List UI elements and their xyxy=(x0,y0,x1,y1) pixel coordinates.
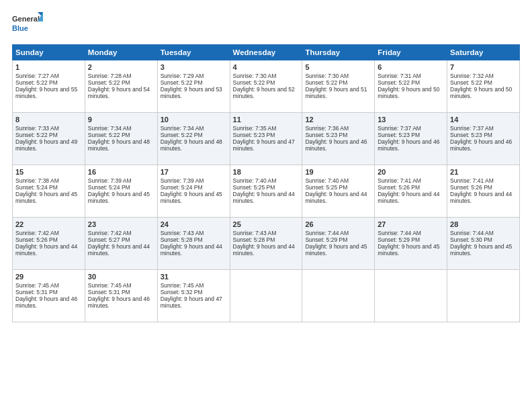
table-row: 3 Sunrise: 7:29 AM Sunset: 5:22 PM Dayli… xyxy=(157,60,230,113)
sunset-text: Sunset: 5:22 PM xyxy=(233,79,275,86)
day-number: 23 xyxy=(88,220,154,228)
sunrise-text: Sunrise: 7:36 AM xyxy=(305,125,349,132)
daylight-text: Daylight: 9 hours and 53 minutes. xyxy=(161,86,222,99)
sunrise-text: Sunrise: 7:34 AM xyxy=(88,125,132,132)
sunrise-text: Sunrise: 7:30 AM xyxy=(233,73,277,79)
sunrise-text: Sunrise: 7:45 AM xyxy=(15,282,59,289)
sunrise-text: Sunrise: 7:40 AM xyxy=(305,177,349,184)
day-number: 1 xyxy=(15,63,82,71)
sunrise-text: Sunrise: 7:37 AM xyxy=(378,125,421,132)
sunset-text: Sunset: 5:22 PM xyxy=(378,79,420,86)
table-row: 18 Sunrise: 7:40 AM Sunset: 5:25 PM Dayl… xyxy=(230,165,302,218)
col-tuesday: Tuesday xyxy=(157,45,230,60)
day-number: 26 xyxy=(305,220,371,228)
daylight-text: Daylight: 9 hours and 44 minutes. xyxy=(233,243,295,257)
sunrise-text: Sunrise: 7:35 AM xyxy=(233,125,277,132)
svg-text:Blue: Blue xyxy=(12,24,28,32)
day-number: 16 xyxy=(88,168,154,176)
daylight-text: Daylight: 9 hours and 46 minutes. xyxy=(450,138,512,152)
sunset-text: Sunset: 5:24 PM xyxy=(15,184,58,191)
table-row: 31 Sunrise: 7:45 AM Sunset: 5:32 PM Dayl… xyxy=(157,270,230,322)
sunset-text: Sunset: 5:22 PM xyxy=(161,79,203,86)
table-row: 2 Sunrise: 7:28 AM Sunset: 5:22 PM Dayli… xyxy=(85,60,157,113)
day-number: 24 xyxy=(161,220,227,228)
col-wednesday: Wednesday xyxy=(230,45,302,60)
sunrise-text: Sunrise: 7:39 AM xyxy=(88,177,132,184)
sunset-text: Sunset: 5:22 PM xyxy=(15,132,58,138)
calendar-row: 8 Sunrise: 7:33 AM Sunset: 5:22 PM Dayli… xyxy=(13,113,520,165)
sunset-text: Sunset: 5:25 PM xyxy=(233,184,275,191)
day-number: 9 xyxy=(88,116,154,124)
table-row xyxy=(302,270,375,322)
sunset-text: Sunset: 5:28 PM xyxy=(233,236,275,243)
daylight-text: Daylight: 9 hours and 46 minutes. xyxy=(88,295,150,309)
table-row: 24 Sunrise: 7:43 AM Sunset: 5:28 PM Dayl… xyxy=(157,218,230,270)
table-row: 15 Sunrise: 7:38 AM Sunset: 5:24 PM Dayl… xyxy=(13,165,85,218)
table-row: 4 Sunrise: 7:30 AM Sunset: 5:22 PM Dayli… xyxy=(230,60,302,113)
daylight-text: Daylight: 9 hours and 44 minutes. xyxy=(88,243,150,257)
sunset-text: Sunset: 5:23 PM xyxy=(378,132,420,138)
daylight-text: Daylight: 9 hours and 48 minutes. xyxy=(161,138,222,152)
sunrise-text: Sunrise: 7:32 AM xyxy=(450,73,494,79)
sunset-text: Sunset: 5:30 PM xyxy=(450,236,492,243)
day-number: 28 xyxy=(450,220,517,228)
sunset-text: Sunset: 5:26 PM xyxy=(378,184,420,191)
header-row: Sunday Monday Tuesday Wednesday Thursday… xyxy=(13,45,520,60)
day-number: 25 xyxy=(233,220,300,228)
table-row: 22 Sunrise: 7:42 AM Sunset: 5:26 PM Dayl… xyxy=(13,218,85,270)
daylight-text: Daylight: 9 hours and 44 minutes. xyxy=(233,191,295,204)
daylight-text: Daylight: 9 hours and 44 minutes. xyxy=(15,243,77,257)
day-number: 12 xyxy=(305,116,371,124)
day-number: 10 xyxy=(161,116,227,124)
table-row: 20 Sunrise: 7:41 AM Sunset: 5:26 PM Dayl… xyxy=(375,165,447,218)
calendar-row: 15 Sunrise: 7:38 AM Sunset: 5:24 PM Dayl… xyxy=(13,165,520,218)
sunset-text: Sunset: 5:23 PM xyxy=(450,132,492,138)
sunset-text: Sunset: 5:22 PM xyxy=(450,79,492,86)
sunrise-text: Sunrise: 7:29 AM xyxy=(161,73,204,79)
table-row: 19 Sunrise: 7:40 AM Sunset: 5:25 PM Dayl… xyxy=(302,165,375,218)
sunrise-text: Sunrise: 7:30 AM xyxy=(305,73,349,79)
table-row: 12 Sunrise: 7:36 AM Sunset: 5:23 PM Dayl… xyxy=(302,113,375,165)
daylight-text: Daylight: 9 hours and 45 minutes. xyxy=(88,191,150,204)
calendar-table: Sunday Monday Tuesday Wednesday Thursday… xyxy=(12,44,520,322)
daylight-text: Daylight: 9 hours and 46 minutes. xyxy=(305,138,367,152)
day-number: 4 xyxy=(233,63,300,71)
sunset-text: Sunset: 5:26 PM xyxy=(450,184,492,191)
sunrise-text: Sunrise: 7:34 AM xyxy=(161,125,204,132)
table-row xyxy=(230,270,302,322)
day-number: 11 xyxy=(233,116,300,124)
calendar-row: 22 Sunrise: 7:42 AM Sunset: 5:26 PM Dayl… xyxy=(13,218,520,270)
sunset-text: Sunset: 5:22 PM xyxy=(15,79,58,86)
table-row: 27 Sunrise: 7:44 AM Sunset: 5:29 PM Dayl… xyxy=(375,218,447,270)
sunrise-text: Sunrise: 7:38 AM xyxy=(15,177,59,184)
day-number: 15 xyxy=(15,168,82,176)
table-row: 13 Sunrise: 7:37 AM Sunset: 5:23 PM Dayl… xyxy=(375,113,447,165)
day-number: 6 xyxy=(378,63,444,71)
table-row: 9 Sunrise: 7:34 AM Sunset: 5:22 PM Dayli… xyxy=(85,113,157,165)
sunset-text: Sunset: 5:29 PM xyxy=(305,236,347,243)
day-number: 22 xyxy=(15,220,82,228)
table-row: 21 Sunrise: 7:41 AM Sunset: 5:26 PM Dayl… xyxy=(447,165,520,218)
sunset-text: Sunset: 5:29 PM xyxy=(378,236,420,243)
day-number: 17 xyxy=(161,168,227,176)
col-thursday: Thursday xyxy=(302,45,375,60)
sunset-text: Sunset: 5:25 PM xyxy=(305,184,347,191)
day-number: 21 xyxy=(450,168,517,176)
table-row: 7 Sunrise: 7:32 AM Sunset: 5:22 PM Dayli… xyxy=(447,60,520,113)
sunrise-text: Sunrise: 7:41 AM xyxy=(378,177,421,184)
sunrise-text: Sunrise: 7:44 AM xyxy=(450,230,494,236)
table-row: 26 Sunrise: 7:44 AM Sunset: 5:29 PM Dayl… xyxy=(302,218,375,270)
sunrise-text: Sunrise: 7:42 AM xyxy=(15,230,59,236)
sunrise-text: Sunrise: 7:43 AM xyxy=(161,230,204,236)
col-sunday: Sunday xyxy=(13,45,85,60)
sunset-text: Sunset: 5:22 PM xyxy=(305,79,347,86)
daylight-text: Daylight: 9 hours and 45 minutes. xyxy=(305,243,367,257)
daylight-text: Daylight: 9 hours and 54 minutes. xyxy=(88,86,150,99)
day-number: 7 xyxy=(450,63,517,71)
daylight-text: Daylight: 9 hours and 46 minutes. xyxy=(15,295,77,309)
sunrise-text: Sunrise: 7:27 AM xyxy=(15,73,59,79)
day-number: 27 xyxy=(378,220,444,228)
daylight-text: Daylight: 9 hours and 47 minutes. xyxy=(233,138,295,152)
daylight-text: Daylight: 9 hours and 44 minutes. xyxy=(378,191,439,204)
table-row: 14 Sunrise: 7:37 AM Sunset: 5:23 PM Dayl… xyxy=(447,113,520,165)
